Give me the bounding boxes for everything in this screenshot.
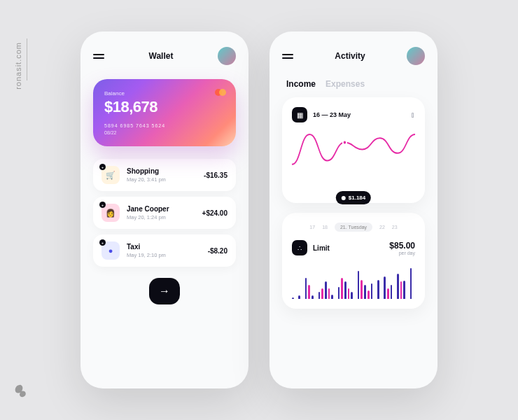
limit-bar-chart	[292, 264, 415, 299]
activity-screen: Activity Income Expenses ▦ 16 — 23 May ⫾	[270, 31, 438, 388]
page-title: Activity	[335, 51, 365, 61]
taxi-icon: +●	[102, 241, 120, 260]
activity-tabs: Income Expenses	[282, 79, 425, 89]
menu-icon[interactable]	[282, 54, 293, 59]
tab-expenses[interactable]: Expenses	[326, 79, 365, 89]
day-active[interactable]: 21. Tuesday	[335, 223, 372, 232]
divider	[27, 38, 27, 80]
card-expiry: 08/22	[104, 130, 225, 135]
limit-per: per day	[389, 251, 415, 255]
tx-name: Taxi	[127, 243, 201, 251]
avatar[interactable]	[218, 47, 236, 65]
balance-amount: $18,678	[104, 98, 225, 116]
tx-amount: +$24.00	[202, 209, 227, 217]
tx-date: May 20, 1:24 pm	[127, 214, 195, 220]
page-title: Wallet	[149, 51, 174, 61]
day[interactable]: 22	[379, 225, 385, 230]
dot-icon	[342, 196, 346, 200]
limit-label: Limit	[313, 244, 330, 252]
next-button[interactable]: →	[149, 278, 180, 304]
svg-point-0	[343, 141, 346, 145]
cart-icon: +🛒	[102, 166, 120, 184]
day[interactable]: 18	[322, 225, 328, 230]
tx-amount: -$16.35	[204, 172, 227, 179]
transaction-list: +🛒 ShoppingMay 20, 3:41 pm -$16.35 +👩 Ja…	[93, 159, 236, 267]
sliders-icon[interactable]: ∴	[292, 240, 307, 255]
balance-label: Balance	[104, 90, 225, 97]
income-line-chart	[292, 131, 415, 190]
day[interactable]: 23	[392, 225, 398, 230]
tx-date: May 20, 3:41 pm	[127, 176, 197, 183]
income-chart-card: ▦ 16 — 23 May ⫾	[282, 97, 425, 203]
transaction-row[interactable]: +● TaxiMay 19, 2:10 pm -$8.20	[93, 234, 236, 267]
chart-type-icon[interactable]: ⫾	[411, 110, 415, 120]
transaction-row[interactable]: +👩 Jane CooperMay 20, 1:24 pm +$24.00	[93, 197, 236, 229]
tx-name: Jane Cooper	[127, 205, 195, 213]
calendar-icon[interactable]: ▦	[292, 107, 307, 122]
day[interactable]: 17	[309, 225, 315, 230]
limit-amount: $85.00	[389, 241, 415, 251]
transaction-row[interactable]: +🛒 ShoppingMay 20, 3:41 pm -$16.35	[93, 159, 236, 191]
card-number: 5894 6985 7643 5624	[104, 123, 225, 128]
day-selector[interactable]: 17 18 21. Tuesday 22 23	[292, 223, 415, 232]
date-range: 16 — 23 May	[313, 111, 351, 118]
tooltip-value: $1.184	[349, 195, 365, 201]
tx-date: May 19, 2:10 pm	[127, 252, 201, 258]
arrow-right-icon: →	[159, 285, 170, 298]
wallet-screen: Wallet Balance $18,678 5894 6985 7643 56…	[80, 31, 248, 388]
brand-text: ronasit.com	[14, 42, 22, 90]
tx-name: Shopping	[127, 167, 197, 175]
avatar[interactable]	[407, 47, 425, 65]
balance-card[interactable]: Balance $18,678 5894 6985 7643 5624 08/2…	[93, 79, 236, 146]
person-icon: +👩	[102, 204, 120, 222]
brand-logo-icon	[13, 384, 28, 399]
chart-tooltip: $1.184	[336, 191, 371, 204]
tab-income[interactable]: Income	[286, 79, 316, 89]
limit-card: 17 18 21. Tuesday 22 23 ∴ Limit $85.00 p…	[282, 213, 425, 309]
menu-icon[interactable]	[93, 54, 104, 59]
tx-amount: -$8.20	[208, 247, 227, 255]
